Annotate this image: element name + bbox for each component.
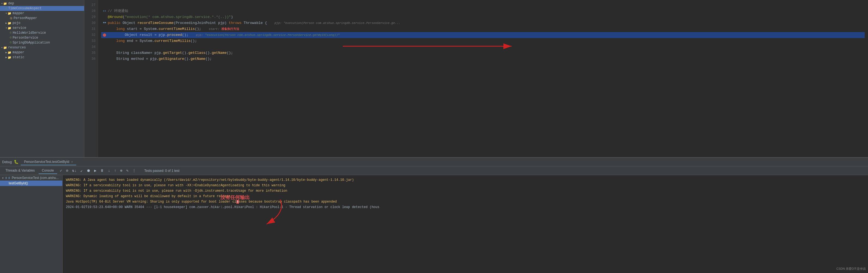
- debug-tabbar: Debug 🐛 PersonServiceTest.testGetById ×: [0, 158, 868, 166]
- toolbar-more-btn[interactable]: ⋮: [131, 168, 137, 173]
- code-line-33: long end = System.currentTimeMillis();: [101, 38, 865, 44]
- sidebar-item-static[interactable]: ▶ 📁 static: [0, 55, 84, 60]
- folder-icon: 📁: [3, 46, 7, 49]
- sidebar-item-helloworldservice[interactable]: © HelloWorldService: [0, 30, 84, 35]
- folder-icon: 📁: [8, 22, 11, 25]
- toolbar-record-btn[interactable]: ⏺: [86, 168, 91, 173]
- code-editor: 27 28 29 30 31 32 33 34 35 36: [84, 0, 868, 157]
- folder-icon: 📁: [8, 51, 11, 55]
- expand-icon: ▾: [1, 46, 3, 49]
- console-toolbar: Threads & Variables Console ✓ ⊘ ⇅↓ ↙ ⏺ ▶…: [0, 166, 868, 175]
- sidebar-item-resources[interactable]: ▾ 📁 resources: [0, 45, 84, 50]
- sidebar-item-resources-mapper[interactable]: ▶ 📁 mapper: [0, 50, 84, 55]
- class-icon: ©: [10, 36, 12, 39]
- toolbar-down-btn[interactable]: ↓: [107, 168, 111, 173]
- sidebar-item-springdbapplication[interactable]: © SpringDbApplication: [0, 40, 84, 45]
- thread-method-label: testGetById(): [9, 181, 28, 185]
- code-text-35: String className= pjp.getTarget().getCla…: [108, 50, 233, 56]
- toolbar-edit-btn[interactable]: ✎: [125, 168, 129, 173]
- code-line-34: [101, 44, 865, 50]
- console-output: WARNING: A Java agent has been loaded dy…: [63, 175, 868, 273]
- code-text-29: @Around("execution(* com.atshuo.springdb…: [108, 14, 233, 20]
- spacer: [2, 182, 8, 185]
- left-panel: ▾ ⏸⏸ PersonServiceTest (com.atshu... tes…: [0, 175, 63, 273]
- folder-icon: 📁: [8, 26, 11, 30]
- bookmark-icon: ✦✦: [103, 8, 106, 14]
- sidebar-item-label: SpringDbApplication: [13, 41, 50, 44]
- toolbar-sort-btn[interactable]: ⇅↓: [71, 168, 78, 173]
- debug-tab-close[interactable]: ×: [71, 161, 73, 163]
- test-status: Tests passed: 0 of 1 test: [144, 169, 179, 173]
- sidebar-item-mapper[interactable]: ▾ 📁 mapper: [0, 11, 84, 16]
- gutter-30: ⚑⚑: [101, 20, 108, 26]
- class-icon: ©: [5, 7, 7, 10]
- expand-icon: ▶: [5, 22, 7, 25]
- sidebar-item-label: mapper: [12, 50, 24, 55]
- bottom-content: ▾ ⏸⏸ PersonServiceTest (com.atshu... tes…: [0, 175, 868, 273]
- code-content: ✦✦ // 环绕通知 @Around("execution(* com.atsh…: [98, 0, 868, 157]
- top-section: ▾ 📁 dep © TimeConsumeAspect ▾ 📁 mapper: [0, 0, 868, 158]
- watermark-text: CSDN 亲爱D不是传说: [836, 267, 866, 270]
- sidebar-item-timeconsumeaspect[interactable]: © TimeConsumeAspect: [0, 6, 84, 11]
- thread-item-testgetbyid[interactable]: testGetById(): [0, 180, 62, 186]
- tab-threads-variables[interactable]: Threads & Variables: [2, 168, 38, 174]
- debug-tab-label: PersonServiceTest.testGetById: [24, 160, 69, 164]
- tab-label: Console: [42, 169, 54, 172]
- expand-icon: ▶: [5, 56, 7, 59]
- watermark: CSDN 亲爱D不是传说: [836, 267, 866, 271]
- toolbar-up-btn[interactable]: ↑: [113, 168, 117, 173]
- line-numbers: 27 28 29 30 31 32 33 34 35 36: [84, 0, 98, 157]
- toolbar-pause-btn[interactable]: ⏸: [99, 168, 105, 173]
- class-icon: ©: [10, 41, 12, 44]
- sidebar-item-pojo[interactable]: ▶ 📁 pojo: [0, 21, 84, 26]
- sidebar: ▾ 📁 dep © TimeConsumeAspect ▾ 📁 mapper: [0, 0, 84, 157]
- tab-console[interactable]: Console: [39, 168, 57, 174]
- sidebar-item-label: TimeConsumeAspect: [8, 6, 42, 10]
- toolbar-close-btn[interactable]: ⊗: [119, 168, 123, 173]
- tab-label: Threads & Variables: [5, 169, 35, 172]
- toolbar-reset-btn[interactable]: ↙: [80, 168, 84, 173]
- bottom-panel: Debug 🐛 PersonServiceTest.testGetById × …: [0, 158, 868, 273]
- code-text-32: Object result = pjp.proceed(); pjp: "exe…: [108, 32, 340, 38]
- pause-icon: ⏸⏸: [5, 176, 10, 179]
- breakpoint-icon[interactable]: [103, 33, 106, 37]
- toolbar-stop-btn[interactable]: ⊘: [65, 168, 69, 173]
- code-text-33: long end = System.currentTimeMillis();: [108, 38, 197, 44]
- code-text-36: String method = pjp.getSignature().getNa…: [108, 56, 212, 62]
- debug-icons: ⚑⚑: [103, 20, 106, 26]
- debug-tab-personservicetest[interactable]: PersonServiceTest.testGetById ×: [21, 159, 76, 165]
- console-line-6: 2024-01-02T19:53:23.640+08:00 WARN 35404…: [66, 204, 865, 210]
- class-icon: ①: [10, 16, 12, 20]
- console-line-2: WARNING: If a serviceability tool is in …: [66, 183, 865, 188]
- sidebar-item-dep[interactable]: ▾ 📁 dep: [0, 1, 84, 6]
- sidebar-tree: ▾ 📁 dep © TimeConsumeAspect ▾ 📁 mapper: [0, 0, 84, 61]
- code-line-28: ✦✦ // 环绕通知: [101, 8, 865, 14]
- main-container: ▾ 📁 dep © TimeConsumeAspect ▾ 📁 mapper: [0, 0, 868, 273]
- sidebar-item-personmapper[interactable]: ① PersonMapper: [0, 16, 84, 21]
- sidebar-item-label: pojo: [12, 21, 21, 25]
- code-text-34: [108, 44, 110, 50]
- code-line-27: [101, 2, 865, 8]
- console-line-5: Java HotSpot(TM) 64-Bit Server VM warnin…: [66, 199, 865, 204]
- toolbar-play-btn[interactable]: ▶: [93, 168, 97, 173]
- sidebar-item-personservice[interactable]: © PersonService: [0, 35, 84, 40]
- sidebar-item-label: resources: [8, 46, 26, 49]
- sidebar-item-label: PersonService: [13, 36, 38, 40]
- thread-label: PersonServiceTest (com.atshu...: [12, 176, 59, 180]
- sidebar-item-label: dep: [8, 2, 14, 5]
- code-line-29: @Around("execution(* com.atshuo.springdb…: [101, 14, 865, 20]
- code-line-32: Object result = pjp.proceed(); pjp: "exe…: [101, 32, 865, 38]
- sidebar-item-label: static: [12, 56, 24, 59]
- thread-item-personservicetest[interactable]: ▾ ⏸⏸ PersonServiceTest (com.atshu...: [0, 175, 62, 180]
- code-line-31: long start = System.currentTimeMillis();…: [101, 26, 865, 32]
- code-text-30: public Object recordTimeConsume(Proceedi…: [108, 20, 400, 26]
- folder-icon: 📁: [8, 12, 11, 15]
- toolbar-check-btn[interactable]: ✓: [59, 168, 63, 173]
- sidebar-item-label: PersonMapper: [13, 16, 37, 20]
- sidebar-item-label: mapper: [12, 11, 24, 15]
- sidebar-item-label: HelloWorldService: [13, 31, 46, 35]
- folder-icon: 📁: [3, 2, 7, 5]
- gutter-32: [101, 33, 108, 37]
- console-line-1: WARNING: A Java agent has been loaded dy…: [66, 177, 865, 183]
- sidebar-item-service[interactable]: ▾ 📁 service: [0, 26, 84, 30]
